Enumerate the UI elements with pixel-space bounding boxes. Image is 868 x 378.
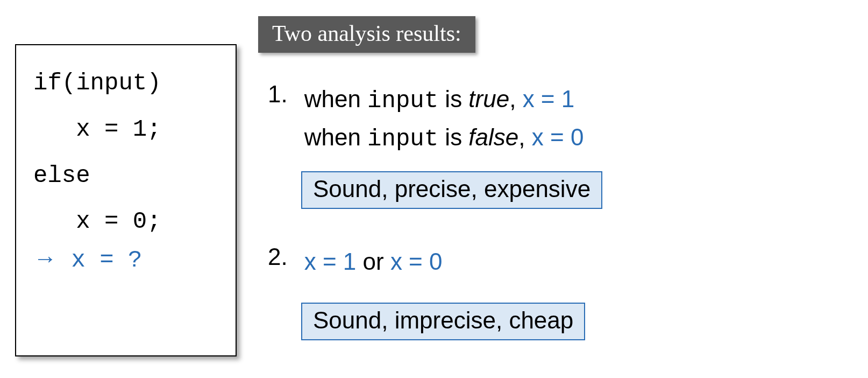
t: , — [518, 124, 531, 150]
mono-input: input — [367, 125, 438, 152]
item1-number: 1. — [268, 81, 298, 108]
item1-line2: when input is false, x = 0 — [304, 124, 584, 150]
t: or — [356, 248, 390, 275]
results-header: Two analysis results: — [258, 16, 475, 53]
analysis-item-1: 1. when input is true, x = 1 when input … — [268, 81, 838, 157]
italic-true: true — [468, 86, 509, 112]
item2-number: 2. — [268, 243, 298, 270]
code-question-text: x = ? — [57, 247, 142, 274]
code-question-line: → x = ? — [33, 245, 225, 274]
blue-x1: x = 1 — [523, 86, 575, 112]
item1-body: when input is true, x = 1 when input is … — [304, 81, 584, 157]
t: is — [438, 124, 468, 150]
item1-line1: when input is true, x = 1 — [304, 86, 575, 112]
code-line-4: x = 0; — [33, 199, 225, 245]
t: when — [304, 86, 367, 112]
item2-body: x = 1 or x = 0 — [304, 243, 443, 280]
code-line-3: else — [33, 153, 225, 199]
item1-tag: Sound, precise, expensive — [301, 171, 602, 209]
code-snippet-box: if(input) x = 1; else x = 0; → x = ? — [15, 44, 237, 356]
blue-x1: x = 1 — [304, 248, 357, 275]
t: , — [509, 86, 522, 112]
blue-x0: x = 0 — [390, 248, 443, 275]
item2-tag: Sound, imprecise, cheap — [301, 303, 585, 340]
t: is — [438, 86, 468, 112]
code-line-1: if(input) — [33, 60, 225, 107]
t: when — [304, 124, 367, 150]
arrow-right-icon: → — [33, 245, 57, 271]
code-line-2: x = 1; — [33, 107, 225, 153]
mono-input: input — [367, 87, 438, 114]
italic-false: false — [468, 124, 518, 150]
analysis-item-2: 2. x = 1 or x = 0 — [268, 243, 838, 280]
blue-x0: x = 0 — [532, 124, 584, 150]
